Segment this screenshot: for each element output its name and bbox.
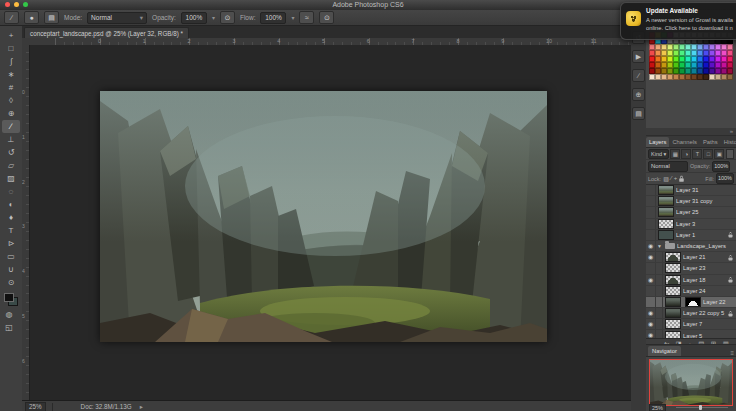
layer-name[interactable]: Layer 21 bbox=[683, 254, 728, 260]
opacity-value[interactable]: 100% bbox=[181, 12, 207, 24]
layer-thumbnail[interactable] bbox=[665, 263, 681, 273]
visibility-toggle[interactable] bbox=[646, 230, 656, 240]
layer-fill-value[interactable]: 100% bbox=[716, 173, 734, 184]
visibility-toggle[interactable] bbox=[646, 207, 656, 217]
visibility-toggle[interactable] bbox=[646, 297, 656, 307]
layer-row[interactable]: ◉ Layer 18 bbox=[646, 275, 736, 286]
quick-mask-button[interactable]: ◍ bbox=[0, 308, 18, 321]
filter-adjustment-layers-icon[interactable]: ◑ bbox=[681, 149, 691, 159]
layer-thumbnail[interactable] bbox=[665, 252, 681, 262]
layer-row[interactable]: ◉ Layer 5 bbox=[646, 330, 736, 338]
layer-mask-thumbnail[interactable] bbox=[685, 297, 701, 307]
color-swatch[interactable] bbox=[727, 74, 733, 80]
pressure-size-icon[interactable]: ⊙ bbox=[319, 11, 334, 24]
layer-thumbnail[interactable] bbox=[658, 219, 674, 229]
layer-thumbnail[interactable] bbox=[665, 331, 681, 338]
brush-preset-picker[interactable]: ● bbox=[24, 11, 39, 24]
layer-name[interactable]: Layer 3 bbox=[676, 221, 736, 227]
layer-thumbnail[interactable] bbox=[658, 207, 674, 217]
eyedropper-tool[interactable]: ◊ bbox=[2, 94, 20, 107]
hand-tool[interactable]: ∪ bbox=[2, 263, 20, 276]
layer-row[interactable]: ◉ Layer 22 copy 5 bbox=[646, 308, 736, 319]
type-tool[interactable]: T bbox=[2, 224, 20, 237]
opacity-chevron-icon[interactable]: ▾ bbox=[212, 14, 215, 21]
layer-blend-mode-dropdown[interactable]: Normal bbox=[648, 161, 688, 172]
layer-name[interactable]: Layer 1 bbox=[676, 232, 728, 238]
gradient-tool[interactable]: ▨ bbox=[2, 172, 20, 185]
brush-tool[interactable]: ∕ bbox=[2, 120, 20, 133]
layer-name[interactable]: Layer 5 bbox=[683, 333, 736, 338]
visibility-toggle[interactable]: ◉ bbox=[646, 252, 656, 262]
layer-row[interactable]: Layer 23 bbox=[646, 263, 736, 274]
layer-row[interactable]: ◉ Layer 21 bbox=[646, 252, 736, 263]
lock-transparency-icon[interactable]: ▨ bbox=[663, 175, 669, 182]
visibility-toggle[interactable]: ◉ bbox=[646, 241, 656, 251]
visibility-toggle[interactable]: ◉ bbox=[646, 308, 656, 318]
layer-thumbnail[interactable] bbox=[665, 297, 681, 307]
layer-name[interactable]: Layer 22 bbox=[703, 299, 736, 305]
layer-name[interactable]: Layer 7 bbox=[683, 321, 736, 327]
visibility-toggle[interactable] bbox=[646, 263, 656, 273]
layer-name[interactable]: Layer 31 copy bbox=[676, 198, 736, 204]
dodge-tool[interactable]: ◐ bbox=[2, 198, 20, 211]
lock-all-icon[interactable] bbox=[680, 178, 685, 182]
layer-name[interactable]: Layer 25 bbox=[676, 209, 736, 215]
path-selection-tool[interactable]: ⊳ bbox=[2, 237, 20, 250]
layer-row[interactable]: Layer 25 bbox=[646, 207, 736, 218]
zoom-tool[interactable]: ⊙ bbox=[2, 276, 20, 289]
panel-tab[interactable]: Channels bbox=[669, 137, 700, 147]
navigator-view-frame[interactable] bbox=[649, 359, 733, 406]
growl-notification[interactable]: Update Available A newer version of Grow… bbox=[620, 2, 736, 40]
slider-knob[interactable] bbox=[699, 405, 702, 410]
layer-thumbnail[interactable] bbox=[658, 230, 674, 240]
move-tool[interactable]: + bbox=[2, 29, 20, 42]
navigator-tab[interactable]: Navigator bbox=[648, 346, 681, 356]
panel-tab[interactable]: Paths bbox=[700, 137, 721, 147]
lock-pixels-icon[interactable]: ∕ bbox=[671, 175, 672, 182]
clone-stamp-tool[interactable]: ⊥ bbox=[2, 133, 20, 146]
blend-mode-dropdown[interactable]: Normal▾ bbox=[87, 12, 147, 24]
actions-panel-icon[interactable]: ▶ bbox=[632, 50, 645, 63]
foreground-color-swatch[interactable] bbox=[4, 293, 14, 302]
layer-name[interactable]: Layer 31 bbox=[676, 187, 736, 193]
clone-source-panel-icon[interactable]: ⊕ bbox=[632, 88, 645, 101]
filter-kind-dropdown[interactable]: Kind ▾ bbox=[648, 149, 669, 159]
visibility-toggle[interactable] bbox=[646, 219, 656, 229]
filter-pixel-layers-icon[interactable]: ▦ bbox=[670, 149, 680, 159]
layer-thumbnail[interactable] bbox=[658, 196, 674, 206]
magic-wand-tool[interactable]: ∗ bbox=[2, 68, 20, 81]
layer-row[interactable]: ◉ Layer 7 bbox=[646, 319, 736, 330]
layer-row[interactable]: Layer 1 bbox=[646, 230, 736, 241]
visibility-toggle[interactable] bbox=[646, 286, 656, 296]
layer-row[interactable]: Layer 31 copy bbox=[646, 196, 736, 207]
color-swatches[interactable] bbox=[4, 293, 18, 306]
vertical-ruler[interactable]: 0123456 bbox=[22, 45, 30, 400]
navigator-preview[interactable] bbox=[649, 359, 733, 406]
visibility-toggle[interactable] bbox=[646, 196, 656, 206]
flow-value[interactable]: 100% bbox=[260, 12, 286, 24]
flow-chevron-icon[interactable]: ▾ bbox=[291, 14, 294, 21]
collapse-panels-icon[interactable]: » bbox=[730, 128, 733, 134]
panel-tab[interactable]: Layers bbox=[646, 137, 669, 147]
screen-mode-button[interactable]: ◱ bbox=[0, 321, 18, 334]
layer-name[interactable]: Layer 22 copy 5 bbox=[683, 310, 728, 316]
toggle-brush-panel-icon[interactable]: ▤ bbox=[44, 11, 59, 24]
layer-name[interactable]: Layer 24 bbox=[683, 288, 736, 294]
layer-name[interactable]: Layer 18 bbox=[683, 277, 728, 283]
layer-thumbnail[interactable] bbox=[665, 286, 681, 296]
filter-type-layers-icon[interactable]: T bbox=[692, 149, 702, 159]
layer-thumbnail[interactable] bbox=[665, 275, 681, 285]
crop-tool[interactable]: # bbox=[2, 81, 20, 94]
layer-opacity-value[interactable]: 100% bbox=[712, 161, 730, 172]
lock-position-icon[interactable]: + bbox=[674, 175, 678, 182]
status-menu-arrow-icon[interactable]: ▸ bbox=[140, 403, 143, 410]
pen-tool[interactable]: ♦ bbox=[2, 211, 20, 224]
layer-thumbnail[interactable] bbox=[658, 185, 674, 195]
filter-smart-objects-icon[interactable]: ▣ bbox=[714, 149, 724, 159]
history-brush-tool[interactable]: ↺ bbox=[2, 146, 20, 159]
pressure-opacity-icon[interactable]: ⊙ bbox=[220, 11, 235, 24]
visibility-toggle[interactable]: ◉ bbox=[646, 330, 656, 338]
navigator-zoom-value[interactable]: 25% bbox=[649, 404, 666, 411]
canvas-area[interactable]: 0123456 bbox=[22, 45, 631, 400]
panel-menu-icon[interactable]: ≡ bbox=[730, 350, 736, 356]
